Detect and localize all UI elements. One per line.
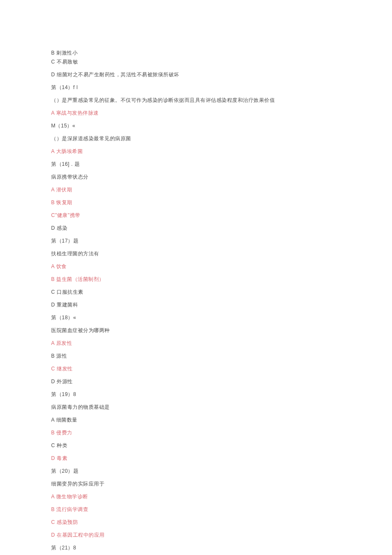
text-line: D 在基因工程中的应用	[51, 531, 341, 539]
text-line: B 恢复期	[51, 199, 341, 206]
text-line: B 侵费力	[51, 429, 341, 436]
text-line: D 外源性	[51, 378, 341, 385]
text-line: B 益生菌（活菌制剂）	[51, 275, 341, 283]
text-line: 病原菌毒力的物质基础是	[51, 403, 341, 411]
text-line: C"健康"携带	[51, 211, 341, 219]
text-line: D 感染	[51, 224, 341, 232]
text-line: 第（20）题	[51, 467, 341, 475]
text-line: 第（18）«	[51, 314, 341, 321]
text-line: 细菌变异的实际应用于	[51, 480, 341, 488]
text-line: 第（19）8	[51, 390, 341, 398]
text-line: D 重建菌科	[51, 301, 341, 309]
text-line: 第（16] . 题	[51, 160, 341, 168]
text-line: A 寒战与发热伴脉速	[51, 109, 341, 117]
text-line: D 毒素	[51, 454, 341, 462]
document-page: B 刺激性小C 不易致敏D 细菌对之不易产生耐药性，其活性不易被脓痰所破坏第（1…	[0, 0, 392, 555]
text-line: D 细菌对之不易产生耐药性，其活性不易被脓痰所破坏	[51, 71, 341, 78]
text-line: 扶植生理菌的方法有	[51, 250, 341, 257]
text-line: C 不易致敏	[51, 58, 341, 66]
text-line: A 大肠埃希菌	[51, 147, 341, 155]
text-line: A 细菌数量	[51, 416, 341, 424]
text-line: （）是深尿道感染最常见的病原菌	[51, 135, 341, 142]
text-line: B 流行病学调查	[51, 506, 341, 513]
text-line: 第（17）题	[51, 237, 341, 245]
text-line: 病原携带状态分	[51, 173, 341, 181]
text-line: M（15）«	[51, 122, 341, 130]
text-line: A 潜伏期	[51, 186, 341, 194]
text-line: C 种类	[51, 442, 341, 449]
text-line: B 刺激性小	[51, 49, 341, 57]
text-line: A 微生物学诊断	[51, 493, 341, 500]
text-line: C 继发性	[51, 365, 341, 373]
text-line: B 源性	[51, 352, 341, 360]
text-line: 医院菌血症被分为哪两种	[51, 327, 341, 334]
text-line: （）是严重感染常见的征象。不仅可作为感染的诊断依据而且具有评估感染程度和治疗效果…	[51, 96, 341, 104]
text-line: A 饮食	[51, 263, 341, 270]
text-line: C 感染预防	[51, 518, 341, 526]
text-line: A 原发性	[51, 339, 341, 347]
text-line: 第（14）f l	[51, 84, 341, 91]
text-line: C 口服抗生素	[51, 288, 341, 296]
text-line: 第（21）8	[51, 544, 341, 552]
